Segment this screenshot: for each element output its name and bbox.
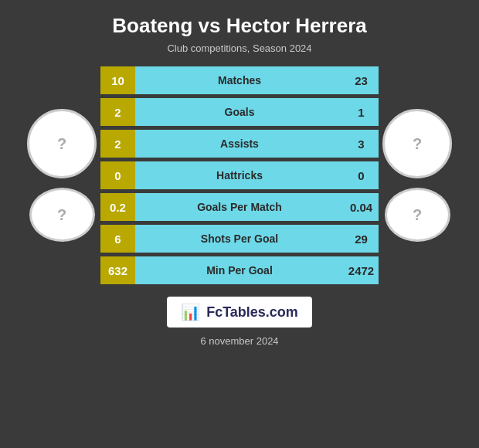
left-player-placeholder-2: ?: [57, 206, 66, 224]
page-container: Boateng vs Hector Herrera Club competiti…: [0, 0, 479, 448]
right-player-placeholder-2: ?: [413, 206, 422, 224]
stat-row: 2Goals1: [100, 98, 379, 126]
logo-text: FcTables.com: [206, 304, 298, 321]
stat-label: Matches: [135, 66, 344, 94]
stat-left-value: 2: [100, 98, 135, 126]
stat-right-value: 2472: [344, 256, 379, 284]
logo-icon: 📊: [181, 303, 200, 321]
stat-right-value: 0.04: [344, 193, 379, 221]
right-player-photo: ?: [382, 109, 452, 178]
right-player-placeholder: ?: [413, 135, 422, 153]
stat-row: 10Matches23: [100, 66, 379, 94]
left-player-photo-2: ?: [29, 188, 95, 242]
left-player-col: ? ?: [23, 109, 100, 242]
date-text: 6 november 2024: [200, 335, 278, 347]
stat-label: Assists: [135, 130, 344, 158]
stat-label: Hattricks: [135, 161, 344, 189]
stat-left-value: 6: [100, 225, 135, 253]
stat-row: 0Hattricks0: [100, 161, 379, 189]
stats-col: 10Matches232Goals12Assists30Hattricks00.…: [100, 66, 379, 284]
main-section: ? ? 10Matches232Goals12Assists30Hattrick…: [8, 66, 471, 284]
stat-label: Shots per goal: [135, 225, 344, 253]
stat-row: 2Assists3: [100, 130, 379, 158]
stat-row: 632Min per goal2472: [100, 256, 379, 284]
stat-row: 0.2Goals per match0.04: [100, 193, 379, 221]
left-player-photo: ?: [27, 109, 97, 178]
stat-right-value: 0: [344, 161, 379, 189]
stat-right-value: 3: [344, 130, 379, 158]
page-subtitle: Club competitions, Season 2024: [167, 42, 311, 54]
stat-right-value: 29: [344, 225, 379, 253]
stat-label: Min per goal: [135, 256, 344, 284]
right-player-col: ? ?: [379, 109, 456, 242]
logo-box: 📊 FcTables.com: [167, 297, 312, 328]
logo-section: 📊 FcTables.com: [167, 297, 312, 328]
stat-left-value: 632: [100, 256, 135, 284]
page-title: Boateng vs Hector Herrera: [112, 14, 366, 38]
stat-label: Goals per match: [135, 193, 344, 221]
stat-row: 6Shots per goal29: [100, 225, 379, 253]
stat-left-value: 0.2: [100, 193, 135, 221]
stat-left-value: 0: [100, 161, 135, 189]
stat-left-value: 10: [100, 66, 135, 94]
right-player-photo-2: ?: [385, 188, 450, 242]
stat-right-value: 23: [344, 66, 379, 94]
stat-left-value: 2: [100, 130, 135, 158]
left-player-placeholder: ?: [57, 135, 66, 153]
stat-right-value: 1: [344, 98, 379, 126]
stat-label: Goals: [135, 98, 344, 126]
